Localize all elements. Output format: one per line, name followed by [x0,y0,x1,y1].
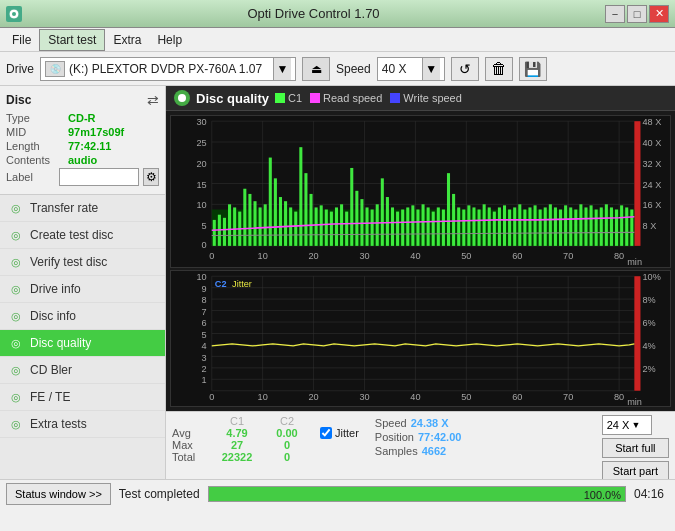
refresh-button[interactable]: ↺ [451,57,479,81]
sidebar-item-disc-quality[interactable]: ◎ Disc quality [0,330,165,357]
stats-avg-row: Avg 4.79 0.00 [172,427,312,439]
svg-rect-56 [386,197,389,246]
sidebar-item-fe-te[interactable]: ◎ FE / TE [0,384,165,411]
clear-button[interactable]: 🗑 [485,57,513,81]
disc-label-key: Label [6,171,55,183]
svg-text:60: 60 [512,392,522,402]
minimize-button[interactable]: − [605,5,625,23]
menu-file[interactable]: File [4,29,39,51]
svg-rect-68 [447,173,450,246]
disc-length-key: Length [6,140,64,152]
disc-quality-icon: ◎ [8,335,24,351]
sidebar-label-extra-tests: Extra tests [30,417,87,431]
position-value: 77:42.00 [418,431,461,443]
legend-c1: C1 [275,92,302,104]
content-stats: C1 C2 Avg 4.79 0.00 Max 27 0 Total [166,411,675,479]
speed-dropdown-row: 24 X ▼ [602,415,669,435]
start-full-button[interactable]: Start full [602,438,669,458]
menu-start-test[interactable]: Start test [39,29,105,51]
svg-rect-85 [534,205,537,246]
svg-text:40: 40 [410,392,420,402]
svg-text:6%: 6% [643,318,656,328]
max-label: Max [172,439,212,451]
progress-percent: 100.0% [584,487,621,503]
total-label: Total [172,451,212,463]
sidebar-label-disc-info: Disc info [30,309,76,323]
sidebar-item-drive-info[interactable]: ◎ Drive info [0,276,165,303]
svg-rect-43 [320,205,323,246]
disc-quality-title: Disc quality [196,91,269,106]
sidebar-item-create-test-disc[interactable]: ◎ Create test disc [0,222,165,249]
max-c1: 27 [212,439,262,451]
disc-type-key: Type [6,112,64,124]
svg-rect-128 [171,271,670,406]
eject-button[interactable]: ⏏ [302,57,330,81]
legend-write-speed: Write speed [390,92,462,104]
disc-contents-key: Contents [6,154,64,166]
maximize-button[interactable]: □ [627,5,647,23]
svg-text:40: 40 [410,251,420,261]
svg-rect-96 [590,205,593,246]
speed-value: 24.38 X [411,417,449,429]
disc-expand-icon[interactable]: ⇄ [147,92,159,108]
legend-read-speed: Read speed [310,92,382,104]
title-bar-left [6,6,22,22]
svg-rect-53 [371,210,374,246]
svg-text:0: 0 [209,251,214,261]
disc-label-row: Label ⚙ [6,168,159,186]
svg-text:10: 10 [196,200,206,210]
svg-rect-67 [442,210,445,246]
svg-text:10: 10 [258,251,268,261]
jitter-checkbox[interactable] [320,427,332,439]
svg-text:min: min [627,256,642,266]
speed-select[interactable]: 40 X ▼ [377,57,445,81]
label-input[interactable] [59,168,139,186]
sidebar-item-cd-bler[interactable]: ◎ CD Bler [0,357,165,384]
menu-help[interactable]: Help [149,29,190,51]
svg-rect-60 [406,207,409,245]
svg-text:0: 0 [202,240,207,250]
svg-rect-87 [544,207,547,245]
svg-rect-76 [488,207,491,245]
svg-text:min: min [627,397,642,406]
drive-dropdown-btn[interactable]: ▼ [273,58,291,80]
chart1-svg: 30 25 20 15 10 5 0 0 10 20 30 40 50 60 7… [171,116,670,267]
legend-c1-box [275,93,285,103]
disc-mid-key: MID [6,126,64,138]
svg-text:15: 15 [196,180,206,190]
speed-value: 40 X [382,62,422,76]
svg-text:16 X: 16 X [643,200,662,210]
svg-text:5: 5 [202,329,207,339]
samples-row: Samples 4662 [375,445,462,457]
speed-label: Speed [336,62,371,76]
svg-rect-70 [457,207,460,245]
start-part-button[interactable]: Start part [602,461,669,479]
col-c2-header: C2 [262,415,312,427]
menu-extra[interactable]: Extra [105,29,149,51]
svg-rect-101 [615,210,618,246]
drive-select[interactable]: 💿 (K:) PLEXTOR DVDR PX-760A 1.07 ▼ [40,57,296,81]
sidebar-item-extra-tests[interactable]: ◎ Extra tests [0,411,165,438]
samples-label: Samples [375,445,418,457]
sidebar-item-disc-info[interactable]: ◎ Disc info [0,303,165,330]
sidebar-label-drive-info: Drive info [30,282,81,296]
speed-dropdown-btn[interactable]: ▼ [422,58,440,80]
label-settings-icon[interactable]: ⚙ [143,168,159,186]
svg-rect-33 [269,158,272,246]
status-window-button[interactable]: Status window >> [6,483,111,505]
svg-rect-64 [427,207,430,245]
close-button[interactable]: ✕ [649,5,669,23]
sidebar-item-transfer-rate[interactable]: ◎ Transfer rate [0,195,165,222]
svg-rect-73 [472,207,475,245]
svg-text:20: 20 [196,159,206,169]
stats-total-row: Total 22322 0 [172,451,312,463]
svg-rect-38 [294,212,297,246]
total-c1: 22322 [212,451,262,463]
sidebar-label-create-test-disc: Create test disc [30,228,113,242]
sidebar-item-verify-test-disc[interactable]: ◎ Verify test disc [0,249,165,276]
disc-mid-val: 97m17s09f [68,126,124,138]
samples-value: 4662 [422,445,446,457]
save-button[interactable]: 💾 [519,57,547,81]
svg-rect-65 [432,212,435,246]
speed-dropdown[interactable]: 24 X ▼ [602,415,652,435]
